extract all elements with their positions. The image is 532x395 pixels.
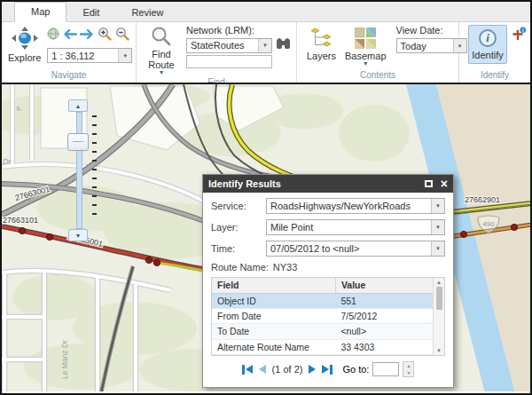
network-combo[interactable]: StateRoutes ▼ <box>186 38 272 53</box>
last-page-button[interactable] <box>322 365 332 375</box>
table-scrollbar[interactable]: ▲ ▼ <box>433 278 444 355</box>
group-find: Find Route ▾ Network (LRM): StateRoutes … <box>137 22 297 83</box>
service-combo[interactable]: RoadsHighways/NewYorkRoads ▼ <box>266 198 445 214</box>
column-header-field[interactable]: Field <box>212 278 335 293</box>
scrollbar-thumb[interactable] <box>436 287 442 310</box>
dialog-title-bar[interactable]: Identify Results × <box>203 175 453 193</box>
time-label: Time: <box>211 243 266 254</box>
previous-page-button[interactable] <box>259 365 266 374</box>
first-page-button[interactable] <box>242 365 253 375</box>
table-row[interactable]: Object ID551 <box>212 293 433 308</box>
chevron-down-icon[interactable]: ▼ <box>431 220 444 234</box>
find-route-label: Find Route <box>144 49 179 70</box>
identify-results-dialog: Identify Results × Service: RoadsHighway… <box>202 174 454 388</box>
spinner-down-icon[interactable]: ▼ <box>406 371 411 375</box>
zoom-slider-track[interactable] <box>76 112 82 229</box>
view-date-label: View Date: <box>396 25 467 36</box>
scale-value: 1 : 36,112 <box>48 51 118 61</box>
zoom-slider-thumb[interactable] <box>67 133 89 151</box>
find-route-input[interactable] <box>186 55 272 68</box>
zoom-out-icon[interactable] <box>115 27 130 45</box>
goto-page-input[interactable] <box>372 362 399 376</box>
chevron-down-icon[interactable]: ▼ <box>431 241 444 256</box>
table-row[interactable]: From Date7/5/2012 <box>212 308 433 323</box>
app-window: Map Edit Review Explore <box>0 0 532 395</box>
basemap-icon <box>355 28 376 51</box>
attribute-table: Field Value Object ID551 From Date7/5/20… <box>211 277 445 356</box>
group-identify: i Identify i Identify <box>459 22 530 83</box>
group-navigate: Explore <box>2 22 137 83</box>
tab-map[interactable]: Map <box>14 2 66 22</box>
layers-button[interactable]: Layers <box>304 25 339 62</box>
next-page-button[interactable] <box>309 365 316 374</box>
street-label-dr: Dr <box>3 157 12 166</box>
network-lrm-label: Network (LRM): <box>186 25 291 36</box>
table-row[interactable]: To Date<null> <box>212 324 433 339</box>
view-date-value: Today <box>397 41 453 51</box>
svg-text:490: 490 <box>482 220 495 228</box>
street-label-p: P <box>15 107 23 111</box>
route-name-value: NY33 <box>273 262 298 273</box>
forward-arrow-icon[interactable] <box>80 28 95 43</box>
tab-review[interactable]: Review <box>115 4 179 22</box>
chevron-down-icon[interactable]: ▼ <box>431 199 444 213</box>
pagination-bar: (1 of 2) Go to: ▲▼ <box>203 357 453 382</box>
find-route-button[interactable]: Find Route ▾ <box>140 25 183 76</box>
chevron-down-icon: ▾ <box>364 61 367 67</box>
dialog-title: Identify Results <box>208 178 425 189</box>
goto-label: Go to: <box>342 364 369 375</box>
scale-combo[interactable]: 1 : 36,112 ▼ <box>47 48 132 63</box>
route-name-label: Route Name: <box>211 262 269 273</box>
time-value: 07/05/2012 to <null> <box>267 243 431 254</box>
network-value: StateRoutes <box>187 40 258 51</box>
close-icon[interactable]: × <box>441 179 448 188</box>
route-label-27662901: 27662901 <box>465 195 500 204</box>
page-status: (1 of 2) <box>272 364 303 375</box>
find-route-magnifier-icon <box>151 26 172 49</box>
scroll-up-icon[interactable]: ▲ <box>436 280 442 285</box>
route-label-27663101: 27663101 <box>3 216 38 225</box>
table-row[interactable]: Alternate Route Name33 4303 <box>212 339 433 354</box>
zoom-slider-ticks <box>92 115 97 222</box>
identify-icon: i <box>479 29 497 47</box>
identify-label: Identify <box>472 50 503 60</box>
chevron-down-icon[interactable]: ▼ <box>118 49 131 62</box>
layer-value: Mile Point <box>267 222 431 233</box>
back-arrow-icon[interactable] <box>62 28 77 43</box>
tab-edit[interactable]: Edit <box>66 4 115 22</box>
zoom-slider-down-button[interactable]: ▼ <box>68 229 88 241</box>
globe-icon[interactable] <box>47 28 59 43</box>
group-label-navigate: Navigate <box>2 69 136 83</box>
service-label: Service: <box>211 201 266 211</box>
layers-icon <box>310 28 333 51</box>
map-canvas[interactable]: 490 27663001 27663101 27935001 27662901 … <box>2 83 530 391</box>
basemap-button[interactable]: Basemap ▾ <box>342 25 388 67</box>
table-header-row: Field Value <box>212 278 433 293</box>
identify-button[interactable]: i Identify <box>468 25 507 64</box>
binoculars-icon[interactable] <box>276 37 291 53</box>
tab-strip: Map Edit Review <box>2 2 530 22</box>
chevron-down-icon: ▾ <box>160 70 163 75</box>
ribbon: Explore <box>2 22 530 83</box>
time-combo[interactable]: 07/05/2012 to <null> ▼ <box>266 241 445 257</box>
maximize-icon[interactable] <box>425 180 433 187</box>
view-date-combo[interactable]: Today ▼ <box>396 38 467 53</box>
scroll-down-icon[interactable]: ▼ <box>436 348 442 353</box>
layer-label: Layer: <box>211 222 266 233</box>
identify-route-location-icon[interactable]: i <box>511 27 527 45</box>
column-header-value[interactable]: Value <box>335 278 433 293</box>
group-label-contents: Contents <box>297 69 458 83</box>
chevron-down-icon[interactable]: ▼ <box>258 39 271 52</box>
explore-label: Explore <box>8 52 41 63</box>
goto-spinner[interactable]: ▲▼ <box>403 361 414 377</box>
layers-label: Layers <box>307 51 336 61</box>
explore-button[interactable]: Explore <box>5 25 43 64</box>
group-label-identify: Identify <box>459 69 530 83</box>
zoom-slider-up-button[interactable]: ▲ <box>68 99 88 112</box>
street-label-le-manz-dr: Le Manz Dr <box>60 340 69 379</box>
zoom-in-icon[interactable] <box>98 27 113 45</box>
service-value: RoadsHighways/NewYorkRoads <box>267 201 431 211</box>
layer-combo[interactable]: Mile Point ▼ <box>266 219 445 235</box>
group-contents: Layers Basemap ▾ View Date <box>297 22 459 83</box>
spinner-up-icon[interactable]: ▲ <box>406 364 411 368</box>
